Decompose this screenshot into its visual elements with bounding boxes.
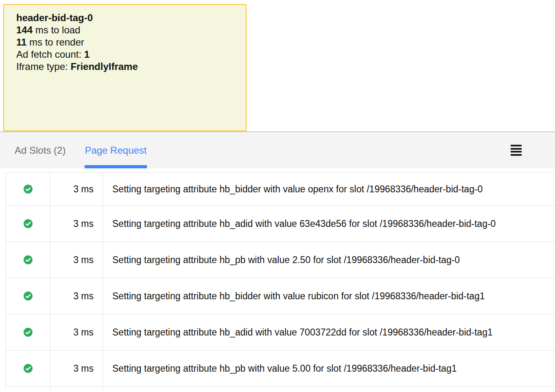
success-check-icon bbox=[23, 184, 33, 194]
slot-info-box: header-bid-tag-0 144 ms to load 11 ms to… bbox=[3, 4, 247, 131]
table-row: 3 ms Setting targeting attribute hb_adid… bbox=[6, 206, 555, 242]
slot-iframe-type: Iframe type: FriendlyIframe bbox=[16, 61, 234, 73]
log-time: 3 ms bbox=[50, 242, 103, 278]
slot-render-time: 11 ms to render bbox=[16, 36, 234, 48]
log-message: Setting targeting attribute hb_adid with… bbox=[103, 206, 555, 242]
tab-page-request-label: Page Request bbox=[85, 145, 146, 156]
success-check-icon bbox=[23, 327, 33, 337]
log-message: Setting targeting attribute hb_adid with… bbox=[103, 314, 555, 350]
table-row: 3 ms Setting targeting attribute hb_bidd… bbox=[6, 173, 555, 206]
log-message: Setting targeting attribute hb_bidder wi… bbox=[103, 173, 555, 205]
tab-ad-slots[interactable]: Ad Slots (2) bbox=[15, 132, 66, 168]
success-check-icon bbox=[23, 291, 33, 301]
page-request-log: 3 ms Setting targeting attribute hb_bidd… bbox=[5, 172, 555, 390]
log-time: 3 ms bbox=[50, 351, 103, 386]
list-menu-icon[interactable] bbox=[511, 145, 522, 156]
console-tab-bar: Ad Slots (2) Page Request bbox=[0, 132, 555, 168]
log-message: Setting targeting attribute hb_pb with v… bbox=[103, 351, 555, 386]
table-row: 3 ms Setting targeting attribute hb_pb w… bbox=[6, 351, 555, 387]
status-cell bbox=[6, 206, 50, 242]
table-row: 3 ms Setting targeting attribute hb_pb w… bbox=[6, 242, 555, 278]
active-tab-underline bbox=[85, 165, 146, 168]
log-message: Setting targeting attribute hb_pb with v… bbox=[103, 242, 555, 278]
status-cell bbox=[6, 351, 50, 386]
log-time: 3 ms bbox=[50, 314, 103, 350]
status-cell bbox=[6, 278, 50, 314]
slot-fetch-count: Ad fetch count: 1 bbox=[16, 48, 234, 61]
slot-load-time: 144 ms to load bbox=[16, 24, 234, 36]
log-time: 3 ms bbox=[50, 206, 103, 242]
status-cell bbox=[6, 242, 50, 278]
slot-title: header-bid-tag-0 bbox=[16, 12, 234, 24]
success-check-icon bbox=[23, 219, 33, 229]
log-message bbox=[103, 387, 555, 390]
table-row: 3 ms Setting targeting attribute hb_adid… bbox=[6, 314, 555, 351]
tab-page-request[interactable]: Page Request bbox=[85, 132, 146, 168]
success-check-icon bbox=[23, 255, 33, 265]
status-cell bbox=[6, 387, 50, 390]
tab-ad-slots-label: Ad Slots (2) bbox=[15, 145, 66, 156]
success-check-icon bbox=[23, 364, 33, 373]
log-message: Setting targeting attribute hb_bidder wi… bbox=[103, 278, 555, 314]
status-cell bbox=[6, 314, 50, 350]
status-cell bbox=[6, 173, 50, 205]
log-time: 3 ms bbox=[50, 173, 103, 205]
log-time: 3 ms bbox=[50, 278, 103, 314]
table-row: 3 ms Setting targeting attribute hb_bidd… bbox=[6, 278, 555, 314]
log-time bbox=[50, 387, 103, 390]
table-row-partial bbox=[6, 387, 555, 390]
